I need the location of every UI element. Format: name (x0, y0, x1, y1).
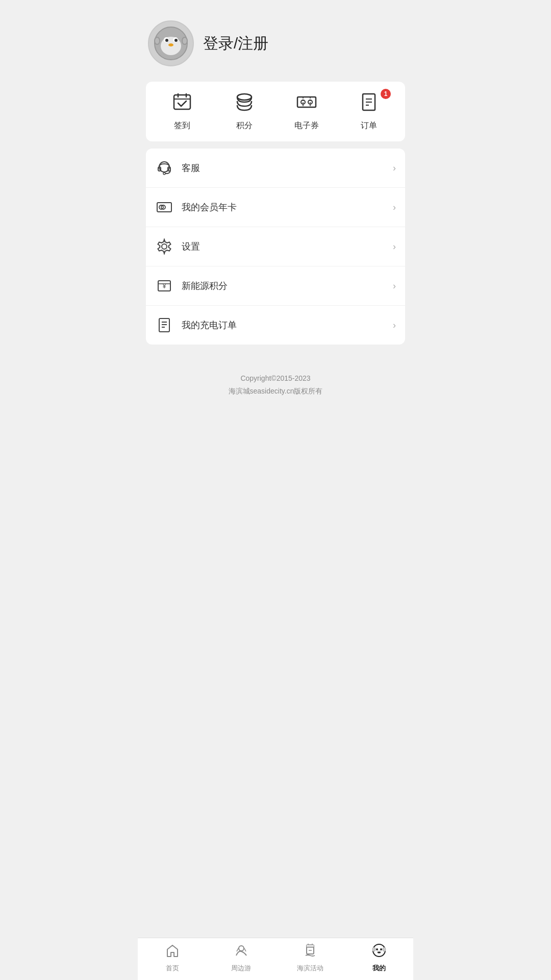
svg-line-42 (244, 948, 246, 951)
bottom-nav: 首页 周边游 海滨活动 (138, 938, 413, 980)
new-energy-points-label: 新能源积分 (182, 280, 393, 292)
svg-rect-11 (174, 95, 190, 109)
menu-item-customer-service[interactable]: 客服 › (146, 149, 405, 188)
copyright: Copyright©2015-2023 海滨城seasidecity.cn版权所… (138, 352, 413, 408)
checkin-icon (172, 92, 192, 115)
nav-item-beach-activity[interactable]: 海滨活动 (276, 943, 344, 973)
svg-point-40 (239, 946, 244, 951)
menu-item-settings[interactable]: 设置 › (146, 227, 405, 266)
svg-rect-16 (297, 97, 316, 107)
nav-label-mine: 我的 (372, 964, 386, 973)
home-icon (165, 943, 180, 961)
customer-service-icon (155, 159, 173, 177)
copyright-line2: 海滨城seasidecity.cn版权所有 (148, 385, 403, 398)
copyright-line1: Copyright©2015-2023 (148, 372, 403, 385)
customer-service-label: 客服 (182, 162, 393, 174)
order-badge: 1 (381, 89, 391, 99)
charging-order-label: 我的充电订单 (182, 319, 393, 331)
settings-arrow: › (393, 241, 396, 252)
nav-label-beach-activity: 海滨活动 (297, 964, 323, 973)
customer-service-arrow: › (393, 163, 396, 174)
svg-rect-36 (159, 318, 169, 332)
mine-icon (372, 943, 386, 961)
svg-point-9 (155, 38, 159, 44)
new-energy-points-icon: ¥ (155, 277, 173, 295)
points-label: 积分 (236, 120, 253, 131)
points-icon (234, 92, 255, 115)
svg-point-49 (376, 948, 378, 950)
beach-activity-icon (303, 943, 317, 961)
settings-icon (155, 237, 173, 256)
charging-order-arrow: › (393, 320, 396, 331)
svg-point-32 (162, 244, 167, 249)
svg-line-41 (237, 948, 238, 951)
svg-point-4 (165, 39, 168, 42)
svg-point-10 (183, 38, 187, 44)
login-title[interactable]: 登录/注册 (203, 33, 268, 54)
avatar[interactable] (148, 20, 194, 66)
new-energy-points-arrow: › (393, 281, 396, 291)
voucher-label: 电子券 (294, 120, 319, 131)
quick-actions-grid: 签到 积分 (151, 92, 400, 131)
quick-actions-card: 签到 积分 (146, 82, 405, 141)
voucher-icon (296, 92, 317, 115)
quick-action-order[interactable]: 1 订单 (338, 92, 400, 131)
nav-item-nearby-tour[interactable]: 周边游 (207, 943, 276, 973)
nav-label-nearby-tour: 周边游 (231, 964, 251, 973)
order-label: 订单 (361, 120, 377, 131)
membership-card-label: 我的会员年卡 (182, 201, 393, 213)
quick-action-checkin[interactable]: 签到 (151, 92, 213, 131)
svg-point-6 (168, 43, 173, 46)
svg-point-52 (372, 947, 375, 951)
svg-point-54 (378, 952, 381, 953)
svg-point-5 (174, 39, 178, 42)
header: 登录/注册 (138, 0, 413, 77)
nav-item-home[interactable]: 首页 (138, 943, 207, 973)
svg-point-53 (383, 947, 386, 951)
checkin-label: 签到 (174, 120, 190, 131)
menu-item-membership-card[interactable]: 我的会员年卡 › (146, 188, 405, 227)
menu-card: 客服 › 我的会员年卡 › 设置 › (146, 149, 405, 345)
nav-item-mine[interactable]: 我的 (344, 943, 413, 973)
charging-order-icon (155, 316, 173, 334)
quick-action-points[interactable]: 积分 (213, 92, 276, 131)
membership-card-icon (155, 198, 173, 216)
order-icon (359, 92, 379, 115)
menu-item-charging-order[interactable]: 我的充电订单 › (146, 306, 405, 345)
svg-point-28 (163, 173, 165, 175)
svg-point-15 (237, 94, 252, 100)
menu-item-new-energy-points[interactable]: ¥ 新能源积分 › (146, 266, 405, 306)
quick-action-voucher[interactable]: 电子券 (276, 92, 338, 131)
nav-label-home: 首页 (166, 964, 179, 973)
settings-label: 设置 (182, 240, 393, 253)
svg-point-50 (380, 948, 382, 950)
nearby-tour-icon (234, 943, 248, 961)
membership-card-arrow: › (393, 202, 396, 213)
